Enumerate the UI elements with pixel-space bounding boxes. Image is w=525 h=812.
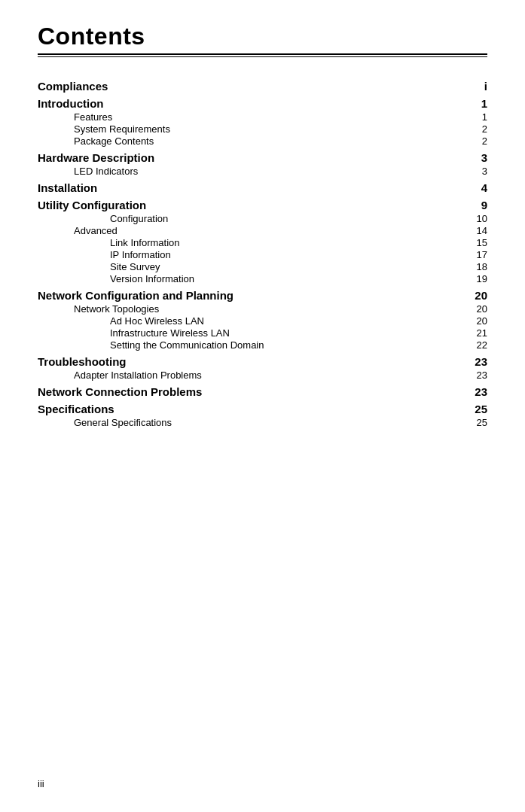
toc-entry-label: Infrastructure Wireless LAN <box>110 327 465 339</box>
toc-entry: Setting the Communication Domain22 <box>38 339 487 351</box>
toc-entry-label: Ad Hoc Wireless LAN <box>110 315 465 327</box>
toc-entry-label: Network Topologies <box>74 303 465 315</box>
toc-entry: Compliancesi <box>38 80 487 93</box>
toc-entry: IP Information17 <box>38 249 487 260</box>
toc-entry: Features1 <box>38 111 487 123</box>
toc-entry: Installation4 <box>38 181 487 194</box>
toc-entry: Troubleshooting23 <box>38 355 487 368</box>
toc-entry-page: 1 <box>465 111 487 123</box>
toc-entry-page: 20 <box>465 303 487 315</box>
toc-entry: General Specifications25 <box>38 417 487 428</box>
toc-entry: Ad Hoc Wireless LAN20 <box>38 315 487 327</box>
toc-entry-label: Specifications <box>38 403 465 415</box>
toc-entry-page: 22 <box>465 339 487 351</box>
toc-entry-label: Setting the Communication Domain <box>110 339 465 351</box>
toc-entry-page: 20 <box>465 289 487 302</box>
toc-entry-label: Utility Configuration <box>38 199 465 211</box>
toc-entry-label: Hardware Description <box>38 151 465 164</box>
toc-entry: LED Indicators3 <box>38 166 487 177</box>
toc-entry-label: Introduction <box>38 97 465 110</box>
toc-entry-page: 10 <box>465 213 487 224</box>
toc-entry-page: 14 <box>465 225 487 236</box>
toc-entry-page: 25 <box>465 403 487 415</box>
toc-entry-label: Site Survey <box>110 261 465 272</box>
toc-entry-label: Features <box>74 111 465 123</box>
toc-entry-page: 23 <box>465 385 487 398</box>
toc-entry-label: Advanced <box>74 225 465 236</box>
toc-entry-page: 23 <box>465 355 487 368</box>
toc-entry-label: System Requirements <box>74 123 465 135</box>
toc-entry-label: LED Indicators <box>74 166 465 177</box>
toc-entry: Hardware Description3 <box>38 151 487 164</box>
toc-entry-page: 2 <box>465 123 487 135</box>
toc-entry-label: General Specifications <box>74 417 465 428</box>
toc-entry-label: Network Connection Problems <box>38 385 465 398</box>
toc-entry-label: Compliances <box>38 80 465 93</box>
toc-entry: Package Contents2 <box>38 135 487 147</box>
toc-entry: Configuration10 <box>38 213 487 224</box>
toc-entry: Network Configuration and Planning20 <box>38 289 487 302</box>
toc-entry-page: 3 <box>465 166 487 177</box>
toc-entry-page: 4 <box>465 181 487 194</box>
toc-entry: Infrastructure Wireless LAN21 <box>38 327 487 339</box>
toc-entry-page: 3 <box>465 151 487 164</box>
toc-entry-page: 9 <box>465 199 487 211</box>
toc-entry-page: 23 <box>465 370 487 381</box>
toc-entry-label: Version Information <box>110 273 465 284</box>
toc-entry-page: i <box>465 80 487 93</box>
toc-entry: Site Survey18 <box>38 261 487 272</box>
toc-entry: Network Connection Problems23 <box>38 385 487 398</box>
toc-entry-label: IP Information <box>110 249 465 260</box>
toc-entry: Specifications25 <box>38 403 487 415</box>
page-title: Contents <box>38 23 487 50</box>
toc-entry-label: Adapter Installation Problems <box>74 370 465 381</box>
toc-entry-page: 20 <box>465 315 487 327</box>
toc-entry: Introduction1 <box>38 97 487 110</box>
toc-entry: Version Information19 <box>38 273 487 284</box>
toc-entry-page: 1 <box>465 97 487 110</box>
toc-content: CompliancesiIntroduction1Features1System… <box>38 80 487 428</box>
toc-entry: Adapter Installation Problems23 <box>38 370 487 381</box>
toc-entry-label: Package Contents <box>74 135 465 147</box>
toc-entry-label: Installation <box>38 181 465 194</box>
toc-entry-page: 25 <box>465 417 487 428</box>
toc-entry: Link Information15 <box>38 237 487 248</box>
toc-entry-page: 15 <box>465 237 487 248</box>
toc-entry-page: 21 <box>465 327 487 339</box>
toc-entry-label: Network Configuration and Planning <box>38 289 465 302</box>
toc-entry-page: 18 <box>465 261 487 272</box>
toc-entry: System Requirements2 <box>38 123 487 135</box>
toc-entry-label: Link Information <box>110 237 465 248</box>
footer-page-number: iii <box>38 778 44 789</box>
toc-entry-label: Troubleshooting <box>38 355 465 368</box>
toc-entry-page: 19 <box>465 273 487 284</box>
toc-entry-page: 2 <box>465 135 487 147</box>
toc-entry-page: 17 <box>465 249 487 260</box>
toc-entry-label: Configuration <box>110 213 465 224</box>
toc-entry: Utility Configuration9 <box>38 199 487 211</box>
toc-entry: Advanced14 <box>38 225 487 236</box>
toc-entry: Network Topologies20 <box>38 303 487 315</box>
